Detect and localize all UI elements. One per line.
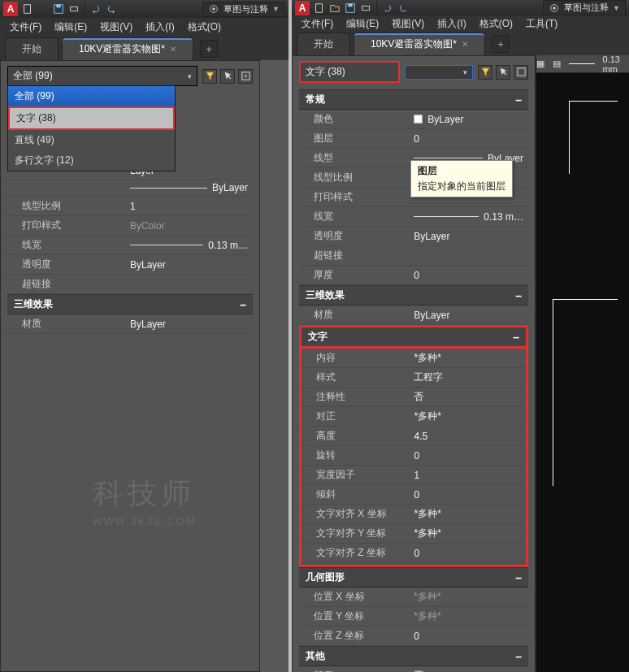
category-geometry[interactable]: 几何图形– bbox=[299, 567, 528, 587]
property-row[interactable]: 超链接 bbox=[7, 275, 253, 294]
open-icon[interactable] bbox=[328, 2, 341, 15]
dropdown-item[interactable]: 文字 (38) bbox=[8, 106, 175, 130]
workarea: ✕ ▣ 全部 (99)▾ + 全部 (99) 文字 (38) bbox=[0, 60, 288, 672]
property-row[interactable]: 注释性否 bbox=[301, 388, 526, 407]
tab-start[interactable]: 开始 bbox=[5, 37, 59, 60]
menu-format[interactable]: 格式(O) bbox=[475, 15, 518, 33]
property-row[interactable]: 文字对齐 Z 坐标0 bbox=[301, 544, 526, 563]
property-row[interactable]: 样式工程字 bbox=[301, 368, 526, 388]
dropdown-item[interactable]: 全部 (99) bbox=[8, 86, 175, 106]
ruler-tick-icon[interactable]: ▦ bbox=[536, 59, 544, 69]
menu-view[interactable]: 视图(V) bbox=[95, 19, 137, 36]
property-row[interactable]: 位置 Z 坐标0 bbox=[299, 626, 528, 646]
drawing-canvas[interactable]: ▦ ▤ 0.13 mm bbox=[536, 55, 629, 672]
dropdown-item[interactable]: 直线 (49) bbox=[8, 130, 175, 150]
quick-access-toolbar bbox=[21, 2, 118, 15]
property-row[interactable]: 厚度0 bbox=[299, 266, 528, 285]
redo-icon[interactable] bbox=[105, 2, 118, 15]
category-text[interactable]: 文字– bbox=[299, 325, 528, 349]
save-icon[interactable] bbox=[344, 2, 357, 15]
property-row[interactable]: 透明度ByLayer bbox=[7, 255, 253, 275]
quick-select-icon[interactable] bbox=[478, 65, 492, 80]
collapse-icon: – bbox=[515, 571, 522, 584]
property-row[interactable]: 位置 X 坐标*多种* bbox=[299, 587, 528, 607]
object-type-combo[interactable]: 全部 (99)▾ bbox=[7, 66, 197, 86]
toggle-pickadd-icon[interactable]: + bbox=[238, 69, 253, 84]
close-icon[interactable]: ✕ bbox=[462, 40, 468, 49]
workspace-label: 草图与注释 bbox=[223, 3, 268, 15]
tab-start[interactable]: 开始 bbox=[297, 33, 350, 55]
save-icon[interactable] bbox=[52, 2, 65, 15]
menu-insert[interactable]: 插入(I) bbox=[432, 15, 471, 33]
svg-rect-14 bbox=[517, 68, 524, 76]
property-row[interactable]: 线宽0.13 m… bbox=[7, 236, 253, 255]
app-logo-icon[interactable]: A bbox=[295, 1, 310, 15]
menu-file[interactable]: 文件(F) bbox=[297, 15, 338, 33]
print-icon[interactable] bbox=[67, 2, 80, 15]
close-icon[interactable]: ✕ bbox=[170, 45, 176, 54]
tab-document[interactable]: 10KV避雷器实物图*✕ bbox=[354, 33, 485, 55]
add-tab-button[interactable]: + bbox=[200, 40, 218, 58]
property-row[interactable]: ByLayer bbox=[7, 180, 253, 197]
doc-tabbar: 开始 10KV避雷器实物图*✕ + bbox=[0, 36, 288, 60]
collapse-icon: – bbox=[515, 650, 522, 663]
menu-format[interactable]: 格式(O) bbox=[183, 19, 226, 36]
select-objects-icon[interactable] bbox=[496, 65, 510, 80]
undo-icon[interactable] bbox=[89, 2, 102, 15]
tab-document[interactable]: 10KV避雷器实物图*✕ bbox=[62, 37, 193, 60]
property-row[interactable]: 材质ByLayer bbox=[299, 306, 528, 325]
menu-file[interactable]: 文件(F) bbox=[5, 19, 46, 36]
svg-text:+: + bbox=[243, 72, 247, 80]
menu-edit[interactable]: 编辑(E) bbox=[341, 15, 384, 33]
object-type-combo[interactable]: 文字 (38) bbox=[299, 61, 400, 83]
property-row[interactable]: 颜色ByLayer bbox=[299, 110, 528, 129]
menu-view[interactable]: 视图(V) bbox=[387, 15, 429, 33]
property-row[interactable]: 旋转0 bbox=[301, 446, 526, 466]
toggle-pickadd-icon[interactable] bbox=[514, 65, 528, 80]
new-icon[interactable] bbox=[21, 2, 34, 15]
property-row[interactable]: 图层0 bbox=[299, 129, 528, 149]
undo-icon[interactable] bbox=[381, 2, 394, 15]
titlebar: A 草图与注释 ▼ bbox=[292, 0, 629, 15]
category-3d[interactable]: 三维效果– bbox=[299, 285, 528, 306]
property-row[interactable]: 文字对齐 Y 坐标*多种* bbox=[301, 524, 526, 544]
property-row[interactable]: 颠倒否 bbox=[299, 666, 528, 672]
property-row[interactable]: 打印样式ByColor bbox=[7, 216, 253, 236]
chevron-down-icon: ▾ bbox=[188, 72, 192, 80]
new-icon[interactable] bbox=[313, 2, 326, 15]
category-general[interactable]: 常规– bbox=[299, 89, 528, 110]
menu-tools[interactable]: 工具(T) bbox=[521, 15, 562, 33]
property-row[interactable]: 高度4.5 bbox=[301, 427, 526, 446]
quick-select-icon[interactable] bbox=[202, 69, 217, 84]
ruler-tick-icon[interactable]: ▤ bbox=[553, 59, 561, 69]
svg-rect-11 bbox=[362, 6, 370, 10]
property-row[interactable]: 内容*多种* bbox=[301, 349, 526, 368]
menubar: 文件(F) 编辑(E) 视图(V) 插入(I) 格式(O) bbox=[0, 18, 288, 36]
dropdown-item[interactable]: 多行文字 (12) bbox=[8, 150, 175, 171]
category-3d[interactable]: 三维效果– bbox=[7, 294, 253, 314]
property-row[interactable]: 线型比例1 bbox=[7, 197, 253, 216]
add-tab-button[interactable]: + bbox=[492, 35, 510, 53]
property-row[interactable]: 超链接 bbox=[299, 246, 528, 266]
menu-insert[interactable]: 插入(I) bbox=[141, 19, 179, 36]
workspace-dropdown[interactable]: 草图与注释 ▼ bbox=[202, 2, 285, 17]
property-row[interactable]: 线宽0.13 m… bbox=[299, 207, 528, 227]
category-misc[interactable]: 其他– bbox=[299, 646, 528, 666]
menu-edit[interactable]: 编辑(E) bbox=[50, 19, 92, 36]
app-logo-icon[interactable]: A bbox=[3, 2, 18, 16]
property-row[interactable]: 文字对齐 X 坐标*多种* bbox=[301, 505, 526, 524]
print-icon[interactable] bbox=[359, 2, 372, 15]
workspace-dropdown[interactable]: 草图与注释 ▼ bbox=[543, 0, 626, 15]
select-objects-icon[interactable] bbox=[220, 69, 235, 84]
svg-rect-3 bbox=[71, 7, 78, 11]
property-row[interactable]: 倾斜0 bbox=[301, 485, 526, 505]
lineweight-value[interactable]: 0.13 mm bbox=[603, 54, 621, 74]
property-row[interactable]: 宽度因子1 bbox=[301, 466, 526, 485]
property-row[interactable]: 位置 Y 坐标*多种* bbox=[299, 607, 528, 626]
property-row[interactable]: 透明度ByLayer bbox=[299, 227, 528, 246]
property-row[interactable]: 材质ByLayer bbox=[7, 314, 253, 334]
property-row[interactable]: 对正*多种* bbox=[301, 407, 526, 427]
object-type-combo-ext[interactable]: ▾ bbox=[405, 65, 473, 80]
redo-icon[interactable] bbox=[397, 2, 410, 15]
open-icon[interactable] bbox=[37, 2, 50, 15]
